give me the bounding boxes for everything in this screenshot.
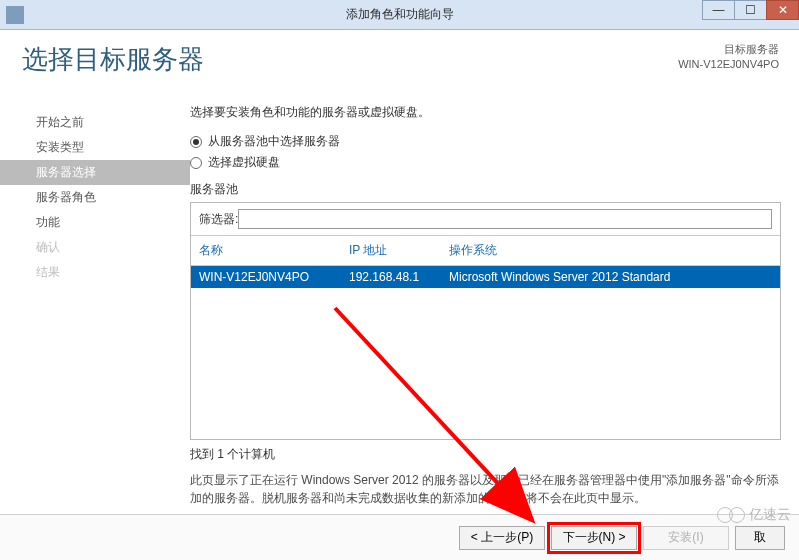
grid-body: WIN-V12EJ0NV4PO 192.168.48.1 Microsoft W… xyxy=(191,266,780,439)
watermark-text: 亿速云 xyxy=(749,506,791,524)
app-icon xyxy=(6,6,24,24)
wizard-footer: < 上一步(P) 下一步(N) > 安装(I) 取 xyxy=(0,514,799,560)
col-header-os[interactable]: 操作系统 xyxy=(449,242,772,259)
minimize-button[interactable]: — xyxy=(702,0,735,20)
radio-server-pool-icon xyxy=(190,136,202,148)
window-title: 添加角色和功能向导 xyxy=(346,6,454,23)
prev-button[interactable]: < 上一步(P) xyxy=(459,526,545,550)
radio-server-pool[interactable]: 从服务器池中选择服务器 xyxy=(190,133,781,150)
nav-before-begin[interactable]: 开始之前 xyxy=(0,110,190,135)
watermark-icon xyxy=(729,507,745,523)
install-button: 安装(I) xyxy=(643,526,729,550)
col-header-name[interactable]: 名称 xyxy=(199,242,349,259)
server-pool-label: 服务器池 xyxy=(190,181,781,198)
cell-os: Microsoft Windows Server 2012 Standard xyxy=(449,270,772,284)
maximize-button[interactable]: ☐ xyxy=(734,0,767,20)
nav-install-type[interactable]: 安装类型 xyxy=(0,135,190,160)
radio-server-pool-label: 从服务器池中选择服务器 xyxy=(208,133,340,150)
cancel-button[interactable]: 取 xyxy=(735,526,785,550)
page-title: 选择目标服务器 xyxy=(22,42,204,77)
description-text: 选择要安装角色和功能的服务器或虚拟硬盘。 xyxy=(190,104,781,121)
window-controls: — ☐ ✕ xyxy=(703,0,799,20)
cell-ip: 192.168.48.1 xyxy=(349,270,449,284)
filter-label: 筛选器: xyxy=(199,211,238,228)
filter-input[interactable] xyxy=(238,209,772,229)
filter-row: 筛选器: xyxy=(191,203,780,235)
grid-header: 名称 IP 地址 操作系统 xyxy=(191,235,780,266)
cell-name: WIN-V12EJ0NV4PO xyxy=(199,270,349,284)
nav-server-selection[interactable]: 服务器选择 xyxy=(0,160,190,185)
titlebar: 添加角色和功能向导 — ☐ ✕ xyxy=(0,0,799,30)
wizard-sidebar: 开始之前 安装类型 服务器选择 服务器角色 功能 确认 结果 xyxy=(0,30,190,514)
next-button[interactable]: 下一步(N) > xyxy=(551,526,637,550)
nav-confirm: 确认 xyxy=(0,235,190,260)
col-header-ip[interactable]: IP 地址 xyxy=(349,242,449,259)
radio-vhd[interactable]: 选择虚拟硬盘 xyxy=(190,154,781,171)
server-pool-box: 筛选器: 名称 IP 地址 操作系统 WIN-V12EJ0NV4PO 192.1… xyxy=(190,202,781,440)
nav-server-roles[interactable]: 服务器角色 xyxy=(0,185,190,210)
radio-vhd-icon xyxy=(190,157,202,169)
watermark: 亿速云 xyxy=(717,506,791,524)
nav-features[interactable]: 功能 xyxy=(0,210,190,235)
wizard-body: 选择要安装角色和功能的服务器或虚拟硬盘。 从服务器池中选择服务器 选择虚拟硬盘 … xyxy=(190,30,799,514)
close-button[interactable]: ✕ xyxy=(766,0,799,20)
found-count: 找到 1 个计算机 xyxy=(190,446,781,463)
table-row[interactable]: WIN-V12EJ0NV4PO 192.168.48.1 Microsoft W… xyxy=(191,266,780,288)
footnote-text: 此页显示了正在运行 Windows Server 2012 的服务器以及那些已经… xyxy=(190,471,781,507)
radio-vhd-label: 选择虚拟硬盘 xyxy=(208,154,280,171)
nav-results: 结果 xyxy=(0,260,190,285)
